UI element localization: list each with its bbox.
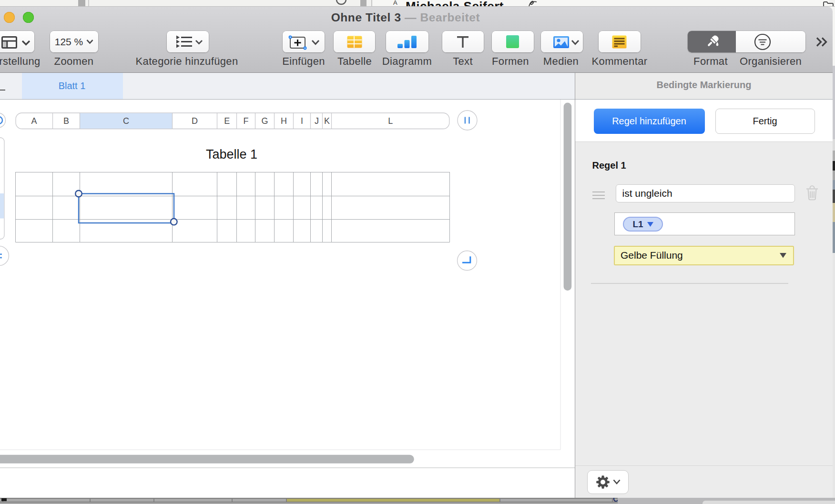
svg-text:A: A	[31, 116, 37, 126]
svg-text:H: H	[281, 116, 287, 126]
svg-text:Tabelle 1: Tabelle 1	[206, 147, 257, 161]
svg-text:E: E	[224, 116, 230, 126]
svg-text:K: K	[324, 116, 330, 126]
svg-text:G: G	[261, 116, 268, 126]
svg-text:J: J	[315, 116, 319, 126]
svg-text:C: C	[123, 116, 129, 126]
svg-text:L: L	[388, 116, 393, 126]
svg-text:D: D	[192, 116, 198, 126]
svg-text:F: F	[244, 116, 249, 126]
svg-text:B: B	[63, 116, 69, 126]
svg-text:I: I	[301, 116, 303, 126]
